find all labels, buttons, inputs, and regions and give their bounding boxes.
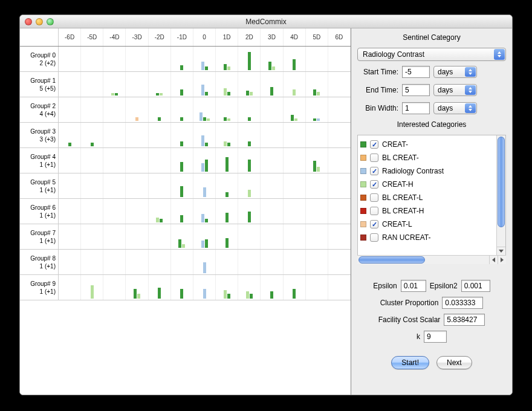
group-label: Group# 51 (+1) xyxy=(20,173,59,198)
start-time-input[interactable] xyxy=(402,66,430,78)
sentinel-category-value: Radiology Contrast xyxy=(363,50,424,59)
column-header: 0 xyxy=(193,28,216,46)
scroll-left-icon[interactable] xyxy=(489,256,498,264)
chart-cell xyxy=(328,148,351,173)
chart-cell xyxy=(171,250,193,274)
epsilon2-input[interactable] xyxy=(461,280,490,292)
scrollbar-thumb[interactable] xyxy=(358,256,425,264)
bar xyxy=(205,239,208,248)
bar xyxy=(224,117,227,121)
categories-scrollbar-horizontal[interactable] xyxy=(357,255,506,264)
chart-cell xyxy=(59,224,81,249)
chart-cell xyxy=(193,199,216,224)
scroll-down-icon[interactable] xyxy=(497,247,505,255)
group-label: Group# 71 (+1) xyxy=(20,224,59,249)
bar xyxy=(180,162,183,172)
chart-cell xyxy=(81,97,103,122)
bar xyxy=(201,135,204,146)
chart-cell xyxy=(238,148,261,173)
category-checkbox[interactable] xyxy=(370,140,378,149)
category-checkbox[interactable] xyxy=(370,154,378,162)
bar xyxy=(227,118,230,121)
scroll-right-icon[interactable] xyxy=(498,256,506,264)
bar xyxy=(227,92,230,95)
bin-width-unit-select[interactable]: days xyxy=(433,102,477,114)
k-label: k xyxy=(417,332,420,341)
chart-cell xyxy=(216,47,238,71)
bar xyxy=(313,118,316,121)
group-row: Group# 41 (+1) xyxy=(20,148,351,173)
column-header: -5D xyxy=(81,28,103,46)
k-input[interactable] xyxy=(424,331,447,343)
bin-width-input[interactable] xyxy=(402,102,430,114)
params: Epsilon Epsilon2 Cluster Proportion Faci… xyxy=(357,280,506,343)
chart-cell xyxy=(149,199,171,224)
epsilon-input[interactable] xyxy=(401,280,426,292)
chart-cell xyxy=(193,72,216,97)
bin-width-label: Bin Width: xyxy=(357,104,398,112)
end-time-unit-select[interactable]: days xyxy=(433,84,477,96)
chart-cell xyxy=(306,275,328,300)
category-checkbox[interactable] xyxy=(370,167,378,175)
chart-cell xyxy=(59,97,81,122)
category-checkbox[interactable] xyxy=(370,220,378,228)
start-button[interactable]: Start! xyxy=(391,356,429,369)
bar xyxy=(224,290,227,299)
color-swatch xyxy=(360,221,366,227)
chart-cell xyxy=(306,148,328,173)
bar xyxy=(225,192,229,197)
bar xyxy=(246,91,249,95)
epsilon-label: Epsilon xyxy=(373,282,397,290)
category-checkbox[interactable] xyxy=(370,207,378,215)
chart-cell xyxy=(284,224,306,249)
bar xyxy=(201,163,204,172)
bar xyxy=(158,288,161,299)
chart-cell xyxy=(103,148,126,173)
group-row: Group# 71 (+1) xyxy=(20,224,351,250)
select-arrows-icon xyxy=(465,103,476,113)
chart-cell xyxy=(238,275,261,300)
chart-cell xyxy=(171,47,193,71)
scrollbar-thumb[interactable] xyxy=(498,137,505,227)
bar xyxy=(135,117,138,121)
chart-cell xyxy=(306,123,328,147)
chart-cell xyxy=(306,224,328,249)
bar xyxy=(203,289,206,299)
bar xyxy=(115,93,118,95)
bar xyxy=(250,294,253,299)
bar xyxy=(180,141,183,146)
bar xyxy=(201,241,204,248)
next-button[interactable]: Next xyxy=(436,356,472,369)
chart-cell xyxy=(81,148,103,173)
chart-cell xyxy=(171,123,193,147)
sentinel-category-select[interactable]: Radiology Contrast xyxy=(357,48,506,61)
cluster-proportion-input[interactable] xyxy=(442,297,483,309)
category-label: RAN UCREAT- xyxy=(382,233,430,242)
chart-cell xyxy=(81,123,103,147)
category-checkbox[interactable] xyxy=(370,180,378,189)
bar xyxy=(199,112,203,121)
bar xyxy=(225,238,229,248)
categories-scrollbar-vertical[interactable] xyxy=(496,135,505,255)
chart-cell xyxy=(261,275,283,300)
category-checkbox[interactable] xyxy=(370,193,378,202)
zoom-icon[interactable] xyxy=(47,18,54,25)
bar xyxy=(313,89,316,95)
category-checkbox[interactable] xyxy=(370,233,378,242)
category-item: CREAT-H xyxy=(360,178,494,191)
bar xyxy=(68,143,71,146)
end-time-input[interactable] xyxy=(402,84,430,96)
color-swatch xyxy=(360,208,366,214)
facility-cost-input[interactable] xyxy=(444,314,485,326)
start-time-unit-select[interactable]: days xyxy=(433,66,477,78)
color-swatch xyxy=(360,141,366,147)
chart-cell xyxy=(81,250,103,274)
chart-cell xyxy=(216,173,238,198)
category-label: BL CREAT-L xyxy=(382,193,423,202)
chart-cell xyxy=(171,173,193,198)
chart-cell xyxy=(193,275,216,300)
chart-cell xyxy=(171,97,193,122)
minimize-icon[interactable] xyxy=(36,18,43,25)
unit-value: days xyxy=(438,104,453,112)
close-icon[interactable] xyxy=(25,18,32,25)
